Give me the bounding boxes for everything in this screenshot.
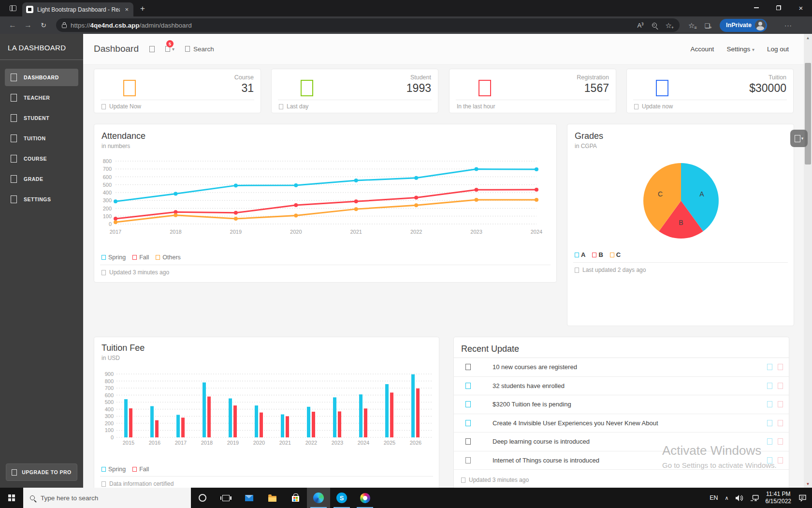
table-row: Deep learning course is introduced [454, 433, 789, 451]
edit-icon[interactable] [767, 364, 772, 370]
edit-icon[interactable] [767, 420, 772, 426]
edit-icon[interactable] [767, 383, 772, 389]
window-restore-button[interactable] [768, 0, 790, 15]
svg-text:2017: 2017 [175, 440, 187, 446]
task-view-icon [222, 495, 230, 501]
account-link[interactable]: Account [691, 45, 714, 53]
profile-avatar [755, 20, 766, 30]
read-aloud-icon[interactable]: A)) [638, 21, 643, 29]
chart-subtitle: in numbers [102, 143, 130, 149]
edit-icon[interactable] [767, 401, 772, 407]
sidebar-item-teacher[interactable]: TEACHER [5, 89, 78, 106]
svg-text:2020: 2020 [253, 440, 265, 446]
stat-value: 1567 [577, 82, 609, 95]
add-favorite-icon[interactable]: ☆+ [666, 22, 672, 29]
settings-link[interactable]: Settings ▾ [726, 45, 754, 53]
svg-text:300: 300 [105, 413, 114, 419]
back-button[interactable]: ← [5, 21, 20, 30]
sidebar-item-tuition[interactable]: TUITION [5, 130, 78, 147]
task-view-button[interactable] [214, 488, 237, 508]
sidebar-item-student[interactable]: STUDENT [5, 109, 78, 127]
checkbox-icon[interactable] [465, 383, 471, 389]
inprivate-badge[interactable]: InPrivate [720, 19, 767, 32]
refresh-button[interactable]: ↻ [36, 21, 51, 29]
browser-tab-active[interactable]: Light Bootstrap Dashboard - Rea × [22, 2, 133, 16]
edit-icon[interactable] [767, 457, 772, 463]
delete-icon[interactable] [778, 457, 783, 463]
lock-icon[interactable] [62, 24, 67, 28]
favorites-hub-icon[interactable]: ☆≡ [688, 22, 695, 29]
upgrade-to-pro-button[interactable]: UPGRADE TO PRO [6, 463, 77, 481]
taskbar-search[interactable] [23, 488, 191, 508]
notifications-button[interactable]: 5 ▾ [165, 46, 174, 52]
edit-icon[interactable] [767, 438, 772, 445]
svg-text:2022: 2022 [410, 229, 422, 235]
window-close-button[interactable]: × [790, 0, 812, 15]
scroll-up-arrow[interactable]: ▲ [804, 34, 812, 42]
svg-text:700: 700 [103, 166, 112, 172]
checkbox-icon[interactable] [465, 438, 471, 445]
edge-app-button[interactable] [307, 488, 330, 508]
scroll-down-arrow[interactable]: ▼ [804, 480, 812, 488]
notification-badge: 5 [166, 40, 174, 47]
paint3d-app-button[interactable] [353, 488, 377, 508]
new-tab-button[interactable]: + [140, 4, 145, 14]
search-button[interactable]: Search [185, 45, 214, 53]
volume-icon[interactable] [736, 495, 744, 501]
tab-close-icon[interactable]: × [124, 6, 130, 13]
taskbar-search-input[interactable] [41, 494, 166, 502]
scrollbar-thumb[interactable] [805, 63, 811, 164]
stat-label: Student [406, 74, 431, 81]
tab-actions-button[interactable] [6, 1, 20, 15]
address-bar[interactable]: https://4qe4nd.csb.app/admin/dashboard A… [56, 18, 680, 32]
registration-icon [478, 80, 491, 96]
browser-menu-icon[interactable]: ··· [784, 22, 792, 29]
cortana-button[interactable] [191, 488, 214, 508]
collections-icon[interactable]: ❏+ [704, 22, 710, 29]
delete-icon[interactable] [778, 438, 783, 445]
svg-text:0: 0 [109, 221, 112, 227]
sidebar-item-settings[interactable]: SETTINGS [5, 191, 78, 208]
checkbox-icon[interactable] [465, 457, 471, 463]
skype-app-button[interactable]: S [330, 488, 353, 508]
page-navbar: Dashboard 5 ▾ Search Account Settings ▾ … [83, 34, 804, 65]
checkbox-icon[interactable] [465, 364, 471, 370]
sidebar-toggle-icon[interactable] [149, 46, 155, 52]
page-scrollbar[interactable]: ▲ ▼ [804, 34, 812, 488]
delete-icon[interactable] [778, 420, 783, 426]
delete-icon[interactable] [778, 401, 783, 407]
tray-chevron-icon[interactable]: ∧ [725, 495, 729, 501]
recent-update-table: 10 new courses are registered 32 student… [454, 358, 789, 470]
microsoft-store-button[interactable] [284, 488, 307, 508]
sidebar-item-grade[interactable]: GRADE [5, 170, 78, 188]
checkbox-icon[interactable] [465, 401, 471, 407]
action-center-icon[interactable] [799, 494, 806, 502]
sidebar-item-course[interactable]: COURSE [5, 150, 78, 167]
divider [278, 100, 432, 100]
window-minimize-button[interactable] [745, 0, 768, 15]
sidebar-item-dashboard[interactable]: DASHBOARD [5, 69, 78, 86]
taskbar-clock[interactable]: 11:41 PM 6/15/2022 [766, 491, 791, 505]
search-icon [30, 495, 35, 500]
chart-subtitle: in CGPA [575, 143, 597, 149]
file-explorer-button[interactable] [261, 488, 284, 508]
zoom-out-icon[interactable] [652, 23, 657, 28]
url-text[interactable]: https://4qe4nd.csb.app/admin/dashboard [71, 22, 634, 29]
start-button[interactable] [0, 488, 23, 508]
stat-label: Registration [577, 74, 609, 81]
svg-text:2018: 2018 [170, 229, 181, 235]
mail-app-button[interactable] [237, 488, 261, 508]
fixed-plugin-button[interactable]: ▾ [790, 130, 808, 147]
svg-text:500: 500 [105, 399, 114, 405]
minimize-icon [754, 7, 759, 8]
language-indicator[interactable]: EN [710, 494, 718, 501]
menu-item-icon [11, 155, 17, 163]
forward-button[interactable]: → [20, 21, 36, 30]
svg-text:2017: 2017 [110, 229, 121, 235]
logout-link[interactable]: Log out [767, 45, 789, 53]
delete-icon[interactable] [778, 364, 783, 370]
delete-icon[interactable] [778, 383, 783, 389]
stat-value: 1993 [406, 82, 431, 95]
checkbox-icon[interactable] [465, 420, 471, 426]
network-icon[interactable] [751, 495, 759, 501]
